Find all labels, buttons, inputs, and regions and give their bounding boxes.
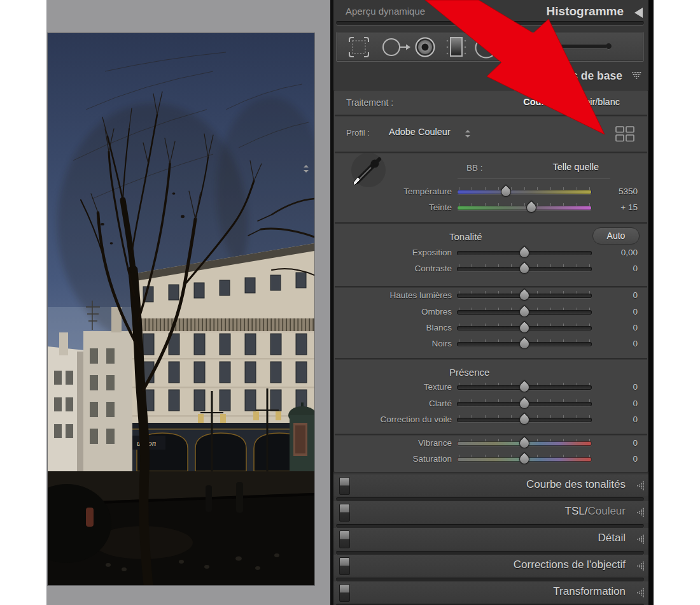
spot-removal-icon[interactable] (381, 36, 412, 59)
slider-label: Texture (333, 382, 452, 392)
vibrance-slider-track[interactable] (457, 441, 592, 446)
transform-panel-header[interactable]: Transformation (333, 581, 648, 603)
highlights-slider-track[interactable] (457, 294, 592, 298)
slider-label: Ombres (333, 307, 452, 317)
tone-curve-panel-header[interactable]: Courbe des tonalités (333, 474, 648, 496)
panel-disclosure-icon[interactable] (636, 561, 645, 571)
develop-right-panel: Aperçu dynamique Histogramme (333, 0, 648, 605)
panel-edge (648, 0, 654, 605)
contrast-slider-track[interactable] (457, 267, 592, 271)
tool-strip (336, 32, 644, 62)
panel-disclosure-icon[interactable] (636, 588, 645, 597)
treatment-bw-option[interactable]: Noir/blanc (578, 97, 620, 107)
crop-icon[interactable] (347, 36, 370, 59)
profile-value[interactable]: Adobe Couleur (389, 127, 451, 137)
slider-value[interactable]: 0,00 (596, 248, 638, 257)
highlights-slider-row: Hautes lumières 0 (333, 288, 648, 303)
slider-label: Température (333, 187, 452, 196)
slider-value[interactable]: 0 (596, 438, 638, 448)
slider-value[interactable]: 5350 (596, 187, 638, 196)
panel-toggle-switch[interactable] (339, 557, 350, 575)
slider-label: Saturation (333, 454, 452, 464)
treatment-label: Traitement : (346, 97, 393, 108)
slider-ticks (459, 187, 590, 190)
panel-toggle-switch[interactable] (339, 504, 350, 522)
histogram-panel-title[interactable]: Histogramme (547, 4, 624, 18)
panel-disclosure-icon[interactable] (636, 508, 645, 517)
temperature-slider-track[interactable] (457, 190, 592, 194)
exposure-slider-row: Exposition 0,00 (333, 245, 648, 260)
exposure-slider-track[interactable] (457, 251, 592, 255)
slider-label: Hautes lumières (333, 290, 452, 300)
dehaze-slider-track[interactable] (457, 418, 592, 422)
tint-slider-track[interactable] (457, 206, 592, 210)
slider-value[interactable]: 0 (596, 399, 638, 408)
photo-preview: uillon (48, 33, 314, 585)
slider-label: Exposition (333, 248, 452, 257)
wb-separator (458, 178, 610, 179)
blacks-slider-track[interactable] (457, 342, 592, 346)
panel-flourish-icon[interactable] (631, 71, 643, 80)
wb-label: BB : (466, 163, 483, 173)
profile-browser-grid-icon[interactable] (615, 126, 635, 142)
slider-value[interactable]: 0 (596, 307, 638, 317)
clarity-slider-track[interactable] (457, 402, 592, 406)
red-eye-icon[interactable] (413, 36, 437, 59)
basic-panel-title[interactable]: Réglages de base (528, 69, 622, 83)
slider-value[interactable]: 0 (596, 382, 638, 392)
texture-slider-track[interactable] (457, 385, 592, 390)
slider-value[interactable]: 0 (596, 415, 638, 424)
page-margin-right (654, 0, 700, 605)
header-groove (336, 21, 644, 25)
slider-label: Noirs (333, 339, 452, 348)
hsl-color-panel-header[interactable]: TSL/Couleur (333, 501, 648, 523)
section-separator (335, 222, 647, 224)
whites-slider-row: Blancs 0 (333, 320, 648, 336)
saturation-slider-track[interactable] (457, 457, 592, 462)
slider-value[interactable]: + 15 (596, 203, 638, 212)
contrast-slider-row: Contraste 0 (333, 261, 648, 276)
slider-value[interactable]: 0 (596, 339, 638, 348)
presence-section-title: Présence (449, 367, 489, 378)
profile-dropdown-icon[interactable] (465, 130, 471, 138)
page-margin-left (0, 0, 46, 605)
slider-value[interactable]: 0 (596, 290, 638, 300)
live-preview-label: Aperçu dynamique (346, 6, 425, 17)
vibrance-slider-row: Vibrance 0 (333, 436, 648, 451)
detail-panel-header[interactable]: Détail (333, 528, 648, 550)
slider-label: Vibrance (333, 438, 452, 448)
histogram-collapse-icon[interactable] (634, 8, 643, 18)
slider-label: Contraste (333, 264, 452, 273)
blacks-slider-row: Noirs 0 (333, 336, 648, 352)
panel-disclosure-icon[interactable] (636, 481, 645, 490)
treatment-color-option[interactable]: Couleur (523, 97, 558, 107)
panel-toggle-switch[interactable] (339, 477, 350, 495)
lightroom-develop-screenshot: uillon (0, 0, 700, 605)
slider-thumb[interactable] (517, 246, 532, 260)
slider-label: Teinte (333, 203, 452, 212)
shadows-slider-track[interactable] (457, 310, 592, 315)
section-separator (335, 115, 647, 117)
panel-toggle-switch[interactable] (339, 530, 350, 548)
tool-amount-slider[interactable] (517, 45, 610, 49)
panel-toggle-switch[interactable] (339, 584, 350, 602)
wb-dropdown-icon[interactable] (304, 165, 309, 173)
section-separator (335, 358, 647, 360)
lens-corrections-panel-header[interactable]: Corrections de l'objectif (333, 555, 648, 576)
slider-value[interactable]: 0 (596, 323, 638, 332)
panel-disclosure-icon[interactable] (636, 534, 645, 544)
clarity-slider-row: Clarté 0 (333, 396, 648, 411)
slider-value[interactable]: 0 (596, 264, 638, 273)
slider-label: Correction du voile (333, 415, 452, 424)
auto-tone-button[interactable]: Auto (592, 227, 640, 245)
slider-value[interactable]: 0 (596, 454, 638, 464)
graduated-filter-icon[interactable] (445, 36, 468, 60)
whites-slider-track[interactable] (457, 326, 592, 331)
tint-slider-row: Teinte + 15 (333, 200, 648, 215)
slider-label: Clarté (333, 399, 452, 408)
texture-slider-row: Texture 0 (333, 380, 648, 395)
wb-preset-value[interactable]: Telle quelle (552, 162, 599, 172)
shadows-slider-row: Ombres 0 (333, 304, 648, 320)
radial-filter-icon[interactable] (472, 36, 500, 60)
saturation-slider-row: Saturation 0 (333, 452, 648, 467)
